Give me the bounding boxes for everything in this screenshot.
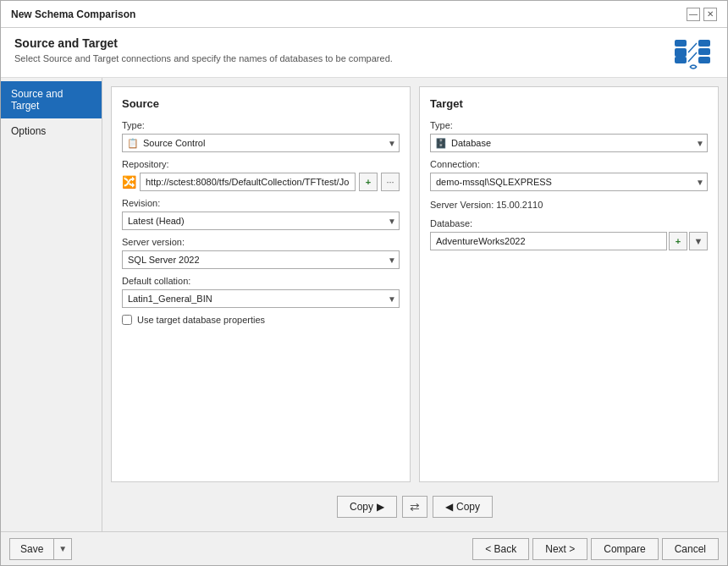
panels-row: Source Type: 📋 Source Control Database ▼	[111, 86, 719, 482]
use-target-checkbox[interactable]	[122, 315, 132, 325]
source-type-field: Type: 📋 Source Control Database ▼	[122, 120, 400, 152]
copy-right-arrow-icon: ▶	[377, 501, 384, 513]
swap-button[interactable]: ⇄	[402, 496, 427, 518]
compare-button[interactable]: Compare	[591, 538, 658, 560]
footer: Save ▼ < Back Next > Compare Cancel	[1, 531, 727, 565]
save-button-group: Save ▼	[9, 538, 72, 560]
target-connection-select[interactable]: demo-mssql\SQLEXPRESS	[430, 173, 708, 191]
target-type-label: Type:	[430, 120, 708, 130]
source-revision-wrapper: Latest (Head) ▼	[122, 212, 400, 230]
target-database-field: Database: + ▼	[430, 218, 708, 250]
target-connection-label: Connection:	[430, 159, 708, 169]
svg-rect-3	[698, 40, 710, 47]
source-server-version-wrapper: SQL Server 2022 ▼	[122, 250, 400, 269]
source-repo-label: Repository:	[122, 159, 400, 169]
close-button[interactable]: ✕	[703, 8, 717, 21]
footer-right: < Back Next > Compare Cancel	[472, 538, 719, 560]
dialog: New Schema Comparison — ✕ Source and Tar…	[0, 0, 728, 566]
database-dropdown-button[interactable]: ▼	[689, 232, 708, 250]
save-button[interactable]: Save	[9, 538, 53, 560]
source-collation-wrapper: Latin1_General_BIN ▼	[122, 289, 400, 308]
repo-branch-icon: 🔀	[122, 175, 136, 189]
source-repo-field: Repository: 🔀 + ···	[122, 159, 400, 191]
repo-add-button[interactable]: +	[359, 173, 378, 191]
target-type-select[interactable]: Database Source Control	[430, 134, 708, 152]
copy-buttons-row: Copy ▶ ⇄ ◀ Copy	[111, 491, 719, 523]
target-connection-field: Connection: demo-mssql\SQLEXPRESS ▼	[430, 159, 708, 191]
source-collation-field: Default collation: Latin1_General_BIN ▼	[122, 276, 400, 308]
target-database-label: Database:	[430, 218, 708, 228]
svg-rect-0	[675, 48, 687, 57]
copy-left-button[interactable]: ◀ Copy	[433, 496, 493, 518]
use-target-row: Use target database properties	[122, 315, 400, 325]
save-dropdown-button[interactable]: ▼	[53, 538, 72, 560]
source-revision-field: Revision: Latest (Head) ▼	[122, 198, 400, 230]
source-type-select[interactable]: Source Control Database	[122, 134, 400, 152]
title-bar-buttons: — ✕	[687, 8, 717, 21]
back-button[interactable]: < Back	[472, 538, 529, 560]
source-revision-label: Revision:	[122, 198, 400, 208]
target-connection-wrapper: demo-mssql\SQLEXPRESS ▼	[430, 173, 708, 191]
minimize-button[interactable]: —	[687, 8, 700, 21]
schema-compare-icon	[673, 36, 714, 70]
target-database-row: + ▼	[430, 232, 708, 250]
source-panel: Source Type: 📋 Source Control Database ▼	[111, 86, 411, 482]
source-repo-input[interactable]	[140, 173, 356, 191]
copy-left-arrow-icon: ◀	[445, 501, 453, 513]
header-subtitle: Select Source and Target connections and…	[14, 53, 393, 63]
source-server-version-field: Server version: SQL Server 2022 ▼	[122, 237, 400, 269]
target-server-version-text: Server Version: 15.00.2110	[430, 198, 708, 212]
next-button[interactable]: Next >	[532, 538, 587, 560]
copy-left-label: Copy	[456, 501, 480, 513]
title-bar: New Schema Comparison — ✕	[1, 1, 727, 28]
sidebar-item-options[interactable]: Options	[1, 118, 102, 144]
copy-right-button[interactable]: Copy ▶	[337, 496, 397, 518]
source-collation-select[interactable]: Latin1_General_BIN	[122, 289, 400, 308]
svg-rect-5	[698, 57, 710, 63]
sidebar: Source and Target Options	[1, 78, 102, 531]
source-repo-row: 🔀 + ···	[122, 173, 400, 191]
target-type-field: Type: 🗄️ Database Source Control ▼	[430, 120, 708, 152]
swap-icon: ⇄	[410, 500, 420, 514]
dialog-title: New Schema Comparison	[11, 8, 135, 20]
target-type-wrapper: 🗄️ Database Source Control ▼	[430, 134, 708, 152]
header-text: Source and Target Select Source and Targ…	[14, 36, 393, 63]
main-content: Source and Target Options Source Type: 📋	[1, 78, 727, 531]
source-type-label: Type:	[122, 120, 400, 130]
target-panel: Target Type: 🗄️ Database Source Control …	[419, 86, 719, 482]
svg-rect-2	[675, 57, 687, 63]
source-server-version-select[interactable]: SQL Server 2022	[122, 250, 400, 269]
target-server-version-field: Server Version: 15.00.2110	[430, 198, 708, 212]
repo-more-button[interactable]: ···	[381, 173, 400, 191]
target-database-input[interactable]	[430, 232, 667, 250]
source-type-wrapper: 📋 Source Control Database ▼	[122, 134, 400, 152]
sidebar-item-source-target[interactable]: Source and Target	[1, 81, 102, 118]
use-target-label: Use target database properties	[137, 315, 265, 325]
footer-left: Save ▼	[9, 538, 72, 560]
source-server-version-label: Server version:	[122, 237, 400, 247]
svg-rect-4	[698, 48, 710, 55]
database-add-button[interactable]: +	[669, 232, 687, 250]
content-area: Source Type: 📋 Source Control Database ▼	[102, 78, 727, 531]
compare-icon-area	[673, 36, 714, 70]
source-revision-select[interactable]: Latest (Head)	[122, 212, 400, 230]
svg-rect-1	[675, 40, 687, 47]
header-section: Source and Target Select Source and Targ…	[1, 28, 727, 78]
source-collation-label: Default collation:	[122, 276, 400, 286]
save-dropdown-arrow-icon: ▼	[58, 544, 67, 553]
source-panel-title: Source	[122, 97, 400, 110]
header-title: Source and Target	[14, 36, 393, 50]
target-panel-title: Target	[430, 97, 708, 110]
copy-right-label: Copy	[350, 501, 373, 513]
cancel-button[interactable]: Cancel	[662, 538, 719, 560]
